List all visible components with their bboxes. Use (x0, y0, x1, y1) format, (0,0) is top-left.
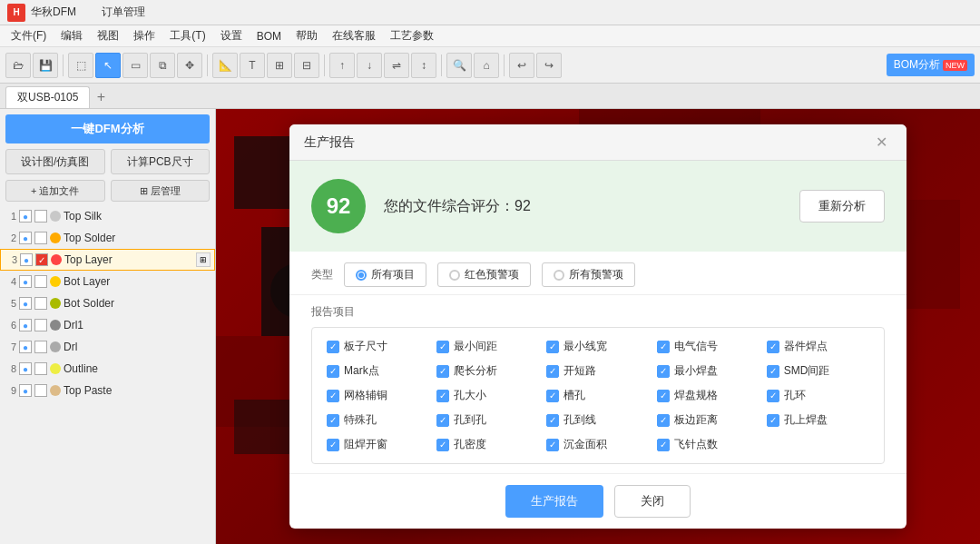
toolbar-undo[interactable]: ↩ (509, 53, 534, 78)
report-item[interactable]: 爬长分析 (436, 363, 539, 379)
tab-add-button[interactable]: + (90, 86, 112, 108)
report-item[interactable]: 器件焊点 (767, 339, 869, 354)
toolbar-grid[interactable]: ⊞ (267, 53, 292, 78)
menu-order-mgmt[interactable]: 订单管理 (94, 3, 152, 22)
toolbar-open[interactable]: 🗁 (5, 53, 31, 78)
item-checkbox[interactable] (546, 439, 559, 451)
report-item[interactable]: 孔到孔 (436, 412, 539, 428)
layer-check-toggle[interactable] (34, 232, 47, 244)
item-checkbox[interactable] (546, 365, 559, 378)
toolbar-flip-h[interactable]: ⇌ (384, 53, 409, 78)
item-checkbox[interactable] (657, 390, 670, 402)
filter-all-items[interactable]: 所有项目 (344, 262, 426, 287)
layer-eye-toggle[interactable]: ● (19, 341, 32, 353)
report-item[interactable]: 最小间距 (436, 339, 539, 354)
report-item[interactable]: 最小焊盘 (657, 363, 760, 379)
dfm-analyze-button[interactable]: 一键DFM分析 (5, 114, 210, 143)
item-checkbox[interactable] (657, 439, 670, 451)
report-item[interactable]: 板边距离 (657, 412, 760, 428)
layer-eye-toggle[interactable]: ● (19, 319, 32, 331)
report-item[interactable]: 开短路 (546, 363, 649, 379)
report-item[interactable]: 阻焊开窗 (327, 437, 429, 452)
layer-item[interactable]: 4 ● Bot Layer (0, 271, 215, 292)
report-item[interactable]: 飞针点数 (657, 437, 760, 452)
item-checkbox[interactable] (767, 390, 779, 402)
item-checkbox[interactable] (546, 414, 559, 427)
toolbar-home[interactable]: ⌂ (474, 53, 499, 78)
menu-help[interactable]: 帮助 (289, 26, 325, 45)
layer-expand-icon[interactable]: ⊞ (196, 252, 211, 267)
layer-item[interactable]: 6 ● Drl1 (0, 314, 215, 336)
item-checkbox[interactable] (767, 414, 779, 427)
report-item[interactable]: 孔到线 (546, 412, 649, 428)
report-item[interactable]: 孔大小 (436, 388, 539, 403)
item-checkbox[interactable] (767, 365, 779, 378)
layer-check-toggle[interactable] (34, 297, 47, 310)
layer-eye-toggle[interactable]: ● (19, 210, 32, 223)
layer-item[interactable]: 9 ● Top Paste (0, 380, 215, 401)
toolbar-align[interactable]: ⊟ (294, 53, 319, 78)
layer-check-toggle[interactable] (34, 275, 47, 288)
item-checkbox[interactable] (327, 390, 339, 402)
layer-item[interactable]: 7 ● Drl (0, 336, 215, 358)
design-view-button[interactable]: 设计图/仿真图 (5, 149, 105, 174)
item-checkbox[interactable] (657, 365, 670, 378)
item-checkbox[interactable] (657, 341, 670, 353)
menu-edit[interactable]: 编辑 (54, 26, 90, 45)
menu-view[interactable]: 视图 (90, 26, 126, 45)
menu-operate[interactable]: 操作 (126, 26, 162, 45)
item-checkbox[interactable] (436, 341, 449, 353)
report-item[interactable]: 孔密度 (436, 437, 539, 452)
close-button[interactable]: 关闭 (614, 485, 691, 518)
item-checkbox[interactable] (436, 439, 449, 451)
dialog-close-button[interactable]: ✕ (870, 132, 892, 153)
item-checkbox[interactable] (657, 414, 670, 427)
layer-eye-toggle[interactable]: ● (19, 232, 32, 244)
layer-check-toggle[interactable] (34, 319, 47, 331)
layer-check-toggle[interactable] (34, 341, 47, 353)
menu-file[interactable]: 文件(F) (4, 26, 54, 45)
report-item[interactable]: 最小线宽 (546, 339, 649, 354)
layer-manager-button[interactable]: ⊞ 层管理 (111, 180, 211, 202)
reanalyze-button[interactable]: 重新分析 (799, 190, 885, 223)
item-checkbox[interactable] (436, 365, 449, 378)
item-checkbox[interactable] (327, 414, 339, 427)
report-item[interactable]: 网格辅铜 (327, 388, 429, 403)
menu-tools[interactable]: 工具(T) (162, 26, 212, 45)
calc-pcb-button[interactable]: 计算PCB尺寸 (111, 149, 211, 174)
report-item[interactable]: 孔上焊盘 (767, 412, 869, 428)
report-item[interactable]: Mark点 (327, 363, 429, 379)
toolbar-select[interactable]: ⬚ (68, 53, 93, 78)
item-checkbox[interactable] (327, 341, 339, 353)
report-item[interactable]: 槽孔 (546, 388, 649, 403)
item-checkbox[interactable] (436, 414, 449, 427)
layer-check-toggle[interactable] (34, 362, 47, 375)
toolbar-flip-v[interactable]: ↕ (411, 53, 436, 78)
layer-eye-toggle[interactable]: ● (19, 275, 32, 288)
filter-red-warnings[interactable]: 红色预警项 (437, 262, 531, 287)
report-item[interactable]: 特殊孔 (327, 412, 429, 428)
layer-eye-toggle[interactable]: ● (19, 384, 32, 397)
toolbar-save[interactable]: 💾 (33, 53, 58, 78)
item-checkbox[interactable] (546, 390, 559, 402)
report-item[interactable]: 沉金面积 (546, 437, 649, 452)
layer-item[interactable]: 3 ● ✓ Top Layer ⊞ (0, 249, 215, 271)
menu-settings[interactable]: 设置 (213, 26, 250, 45)
layer-item[interactable]: 1 ● Top Silk (0, 205, 215, 227)
layer-eye-toggle[interactable]: ● (19, 362, 32, 375)
report-item[interactable]: SMD间距 (767, 363, 869, 379)
toolbar-redo[interactable]: ↪ (536, 53, 562, 78)
layer-item[interactable]: 5 ● Bot Solder (0, 292, 215, 314)
toolbar-move[interactable]: ✥ (177, 53, 202, 78)
toolbar-rect[interactable]: ▭ (122, 53, 148, 78)
layer-check-toggle[interactable]: ✓ (35, 253, 48, 266)
layer-check-toggle[interactable] (34, 210, 47, 223)
toolbar-text[interactable]: T (240, 53, 265, 78)
item-checkbox[interactable] (436, 390, 449, 402)
filter-all-warnings[interactable]: 所有预警项 (542, 262, 635, 287)
toolbar-down[interactable]: ↓ (357, 53, 382, 78)
bom-analysis-button[interactable]: BOM分析 NEW (887, 54, 975, 76)
item-checkbox[interactable] (546, 341, 559, 353)
layer-eye-toggle[interactable]: ● (20, 253, 33, 266)
report-item[interactable]: 板子尺寸 (327, 339, 429, 354)
